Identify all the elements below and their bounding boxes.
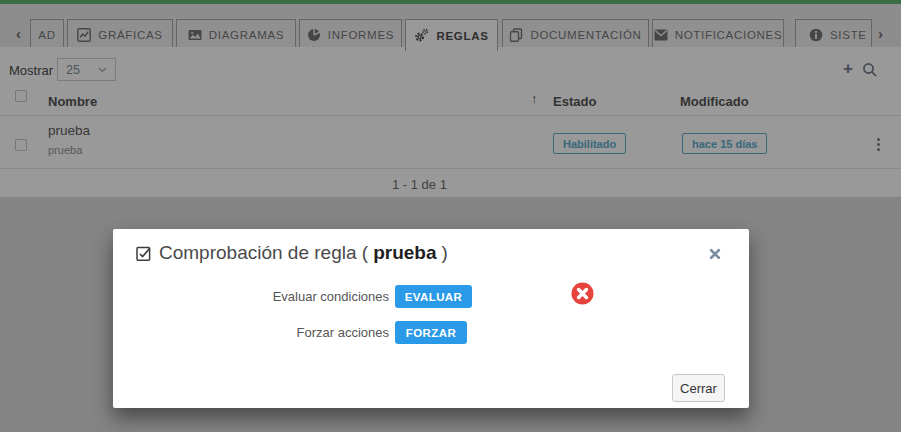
rule-check-modal: Comprobación de regla (prueba) Evaluar c… — [113, 229, 749, 408]
modal-rule-name: prueba — [373, 242, 436, 263]
modal-title-prefix: Comprobación de regla ( — [159, 242, 368, 263]
app-window: ‹ AD GRÁFICAS DIAGRAMAS INFORMES — [0, 0, 901, 432]
force-button[interactable]: FORZAR — [395, 321, 467, 344]
error-icon — [571, 282, 594, 305]
force-actions-label: Forzar acciones — [173, 325, 389, 340]
close-button[interactable]: Cerrar — [672, 374, 725, 402]
checkbox-checked-icon — [136, 246, 152, 262]
modal-title-suffix: ) — [441, 242, 447, 263]
evaluate-conditions-label: Evaluar condiciones — [173, 289, 389, 304]
close-icon[interactable] — [709, 248, 721, 260]
evaluate-button[interactable]: EVALUAR — [395, 285, 472, 308]
modal-title: Comprobación de regla (prueba) — [159, 242, 448, 264]
